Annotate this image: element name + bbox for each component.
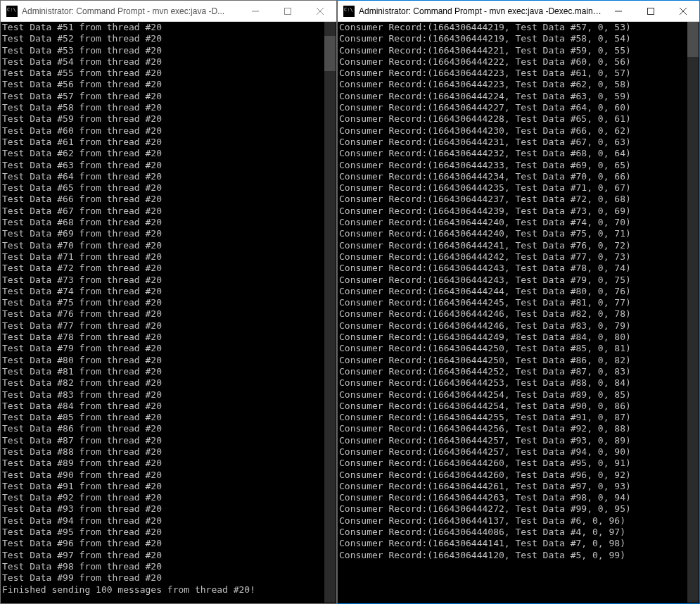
console-line: Test Data #60 from thread #20 — [2, 125, 335, 137]
console-line: Test Data #79 from thread #20 — [2, 343, 335, 354]
console-line: Test Data #55 from thread #20 — [2, 68, 335, 79]
console-line: Consumer Record:(1664306444222, Test Dat… — [339, 56, 698, 68]
close-button[interactable] — [304, 1, 336, 21]
console-line: Consumer Record:(1664306444254, Test Dat… — [339, 389, 698, 401]
console-line: Consumer Record:(1664306444223, Test Dat… — [339, 79, 698, 90]
scrollbar-left[interactable] — [324, 22, 336, 603]
console-line: Consumer Record:(1664306444246, Test Dat… — [339, 320, 698, 332]
cmd-window-consumer: Administrator: Command Prompt - mvn exec… — [337, 0, 700, 604]
console-line: Consumer Record:(1664306444219, Test Dat… — [339, 22, 698, 33]
console-line: Consumer Record:(1664306444250, Test Dat… — [339, 343, 698, 354]
console-line: Test Data #70 from thread #20 — [2, 240, 335, 251]
console-line: Consumer Record:(1664306444242, Test Dat… — [339, 251, 698, 263]
console-line: Test Data #56 from thread #20 — [2, 79, 335, 90]
console-line: Consumer Record:(1664306444228, Test Dat… — [339, 113, 698, 125]
console-line: Test Data #83 from thread #20 — [2, 389, 335, 401]
console-line: Test Data #57 from thread #20 — [2, 91, 335, 102]
console-line: Consumer Record:(1664306444243, Test Dat… — [339, 275, 698, 286]
console-line: Test Data #71 from thread #20 — [2, 251, 335, 263]
console-line: Consumer Record:(1664306444227, Test Dat… — [339, 102, 698, 113]
console-line: Consumer Record:(1664306444250, Test Dat… — [339, 355, 698, 366]
scrollbar-right[interactable] — [687, 22, 699, 603]
console-line: Consumer Record:(1664306444256, Test Dat… — [339, 423, 698, 434]
console-line: Consumer Record:(1664306444254, Test Dat… — [339, 401, 698, 412]
cmd-icon — [6, 6, 18, 17]
console-line: Test Data #51 from thread #20 — [2, 22, 335, 33]
console-line: Test Data #72 from thread #20 — [2, 263, 335, 274]
console-line: Test Data #96 from thread #20 — [2, 538, 335, 549]
scroll-thumb-left[interactable] — [324, 36, 336, 71]
minimize-button[interactable] — [239, 1, 272, 21]
minimize-button[interactable] — [602, 1, 635, 21]
console-line: Consumer Record:(1664306444237, Test Dat… — [339, 194, 698, 205]
console-line: Consumer Record:(1664306444240, Test Dat… — [339, 217, 698, 228]
console-line: Test Data #64 from thread #20 — [2, 171, 335, 182]
console-line: Test Data #81 from thread #20 — [2, 366, 335, 377]
console-line: Consumer Record:(1664306444255, Test Dat… — [339, 412, 698, 423]
svg-rect-1 — [285, 8, 291, 14]
console-line: Consumer Record:(1664306444257, Test Dat… — [339, 446, 698, 458]
console-line: Consumer Record:(1664306444245, Test Dat… — [339, 297, 698, 308]
console-output-right[interactable]: Consumer Record:(1664306444219, Test Dat… — [338, 22, 699, 603]
console-line: Test Data #68 from thread #20 — [2, 217, 335, 228]
console-line: Consumer Record:(1664306444232, Test Dat… — [339, 148, 698, 159]
console-line: Test Data #86 from thread #20 — [2, 423, 335, 434]
console-line: Consumer Record:(1664306444252, Test Dat… — [339, 366, 698, 377]
console-line: Test Data #58 from thread #20 — [2, 102, 335, 113]
console-line: Test Data #88 from thread #20 — [2, 446, 335, 458]
console-line: Consumer Record:(1664306444231, Test Dat… — [339, 137, 698, 148]
console-output-left[interactable]: Test Data #51 from thread #20Test Data #… — [1, 22, 336, 603]
console-line: Consumer Record:(1664306444240, Test Dat… — [339, 228, 698, 239]
console-line: Test Data #54 from thread #20 — [2, 56, 335, 68]
console-line: Test Data #80 from thread #20 — [2, 355, 335, 366]
console-line: Consumer Record:(1664306444086, Test Dat… — [339, 527, 698, 538]
cmd-window-producer: Administrator: Command Prompt - mvn exec… — [0, 0, 337, 604]
console-line: Test Data #78 from thread #20 — [2, 332, 335, 343]
console-line: Consumer Record:(1664306444260, Test Dat… — [339, 458, 698, 469]
titlebar-left[interactable]: Administrator: Command Prompt - mvn exec… — [1, 1, 336, 22]
console-line: Consumer Record:(1664306444261, Test Dat… — [339, 481, 698, 492]
svg-rect-5 — [648, 8, 654, 14]
console-line: Consumer Record:(1664306444224, Test Dat… — [339, 91, 698, 102]
console-line: Consumer Record:(1664306444246, Test Dat… — [339, 308, 698, 320]
console-line: Consumer Record:(1664306444249, Test Dat… — [339, 332, 698, 343]
console-line: Test Data #69 from thread #20 — [2, 228, 335, 239]
console-line: Consumer Record:(1664306444137, Test Dat… — [339, 515, 698, 527]
title-text-right: Administrator: Command Prompt - mvn exec… — [359, 6, 602, 16]
console-line: Test Data #59 from thread #20 — [2, 113, 335, 125]
console-line: Consumer Record:(1664306444234, Test Dat… — [339, 171, 698, 182]
title-text-left: Administrator: Command Prompt - mvn exec… — [22, 6, 239, 16]
console-line: Test Data #66 from thread #20 — [2, 194, 335, 205]
console-line: Test Data #93 from thread #20 — [2, 503, 335, 515]
console-line: Test Data #92 from thread #20 — [2, 492, 335, 503]
console-line: Test Data #94 from thread #20 — [2, 515, 335, 527]
console-line: Test Data #62 from thread #20 — [2, 148, 335, 159]
console-line: Consumer Record:(1664306444230, Test Dat… — [339, 125, 698, 137]
console-line: Test Data #98 from thread #20 — [2, 561, 335, 572]
console-line: Test Data #95 from thread #20 — [2, 527, 335, 538]
console-line: Consumer Record:(1664306444235, Test Dat… — [339, 182, 698, 194]
maximize-button[interactable] — [635, 1, 667, 21]
console-line: Test Data #77 from thread #20 — [2, 320, 335, 332]
console-line: Test Data #53 from thread #20 — [2, 45, 335, 56]
console-line: Consumer Record:(1664306444263, Test Dat… — [339, 492, 698, 503]
scroll-thumb-right[interactable] — [687, 22, 699, 57]
console-line: Consumer Record:(1664306444239, Test Dat… — [339, 206, 698, 217]
cmd-icon — [343, 6, 355, 17]
close-button[interactable] — [667, 1, 699, 21]
console-line: Test Data #67 from thread #20 — [2, 206, 335, 217]
maximize-button[interactable] — [272, 1, 304, 21]
console-line: Consumer Record:(1664306444141, Test Dat… — [339, 538, 698, 549]
console-line: Consumer Record:(1664306444241, Test Dat… — [339, 240, 698, 251]
console-line: Consumer Record:(1664306444260, Test Dat… — [339, 470, 698, 481]
console-line: Test Data #82 from thread #20 — [2, 377, 335, 389]
console-line: Test Data #84 from thread #20 — [2, 401, 335, 412]
console-line: Finished sending 100 messages from threa… — [2, 584, 335, 596]
console-line: Consumer Record:(1664306444221, Test Dat… — [339, 45, 698, 56]
console-line: Consumer Record:(1664306444272, Test Dat… — [339, 503, 698, 515]
console-line: Consumer Record:(1664306444219, Test Dat… — [339, 33, 698, 44]
titlebar-right[interactable]: Administrator: Command Prompt - mvn exec… — [338, 1, 699, 22]
console-line: Test Data #65 from thread #20 — [2, 182, 335, 194]
console-line: Consumer Record:(1664306444253, Test Dat… — [339, 377, 698, 389]
console-line: Test Data #75 from thread #20 — [2, 297, 335, 308]
